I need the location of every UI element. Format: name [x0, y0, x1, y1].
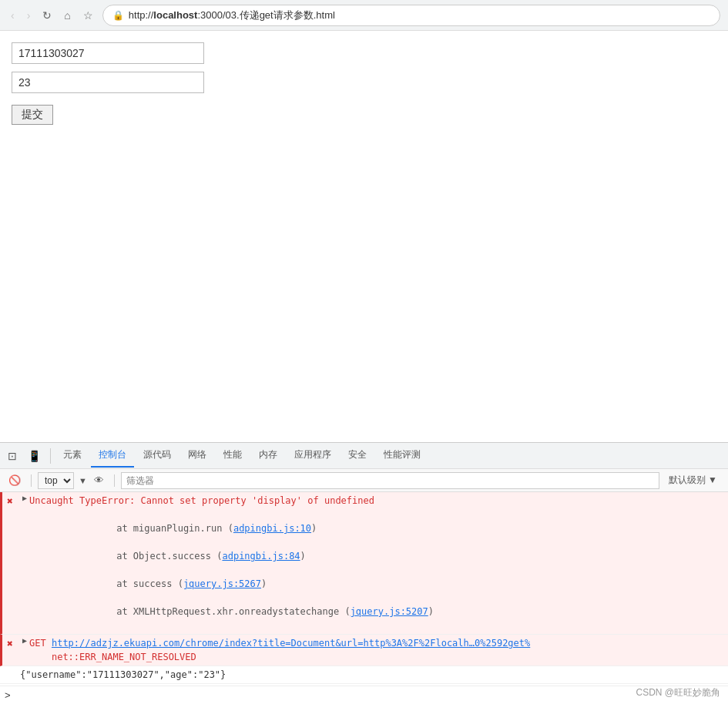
get-error-text: GET http://adzjz.ekuapi.com/chrome/index… [29, 636, 530, 650]
tab-application[interactable]: 应用程序 [287, 444, 339, 468]
tabs-divider [50, 448, 51, 464]
submit-button[interactable]: 提交 [12, 105, 53, 125]
error-content-2: GET http://adzjz.ekuapi.com/chrome/index… [29, 636, 530, 664]
tab-performance[interactable]: 性能 [216, 444, 250, 468]
stack-trace-1: at miguanPlugin.run (adpingbi.js:10) at … [29, 508, 434, 632]
home-button[interactable]: ⌂ [61, 8, 73, 23]
age-input[interactable] [12, 72, 204, 93]
stack-link-3[interactable]: jquery.js:5267 [183, 578, 261, 589]
tab-elements[interactable]: 元素 [55, 444, 89, 468]
back-button[interactable]: ‹ [8, 8, 18, 23]
address-bar[interactable]: 🔒 http://localhost:3000/03.传递get请求参数.htm… [102, 5, 720, 26]
secure-icon: 🔒 [112, 10, 124, 21]
filter-input[interactable] [121, 472, 659, 489]
error-message-1: Uncaught TypeError: Cannot set property … [29, 494, 434, 508]
console-input[interactable] [15, 690, 723, 701]
devtools-device-icon[interactable]: 📱 [23, 447, 45, 465]
chevron-down-icon: ▼ [79, 476, 87, 485]
csdn-watermark: CSDN @旺旺妙脆角 [636, 686, 720, 699]
console-entry-json: {"username":"17111303027","age":"23"} [0, 666, 728, 684]
console-entry-error-2: ✖ ▶ GET http://adzjz.ekuapi.com/chrome/i… [0, 635, 728, 666]
page-content: 提交 [0, 31, 728, 442]
error-icon-2: ✖ [7, 638, 19, 649]
stack-link-1[interactable]: adpingbi.js:10 [233, 523, 311, 534]
tab-memory[interactable]: 内存 [251, 444, 285, 468]
console-entry-error-1: ✖ ▶ Uncaught TypeError: Cannot set prope… [0, 492, 728, 635]
devtools-tabs-bar: ⊡ 📱 元素 控制台 源代码 网络 性能 内存 应用程序 安全 性能评测 [0, 443, 728, 469]
reload-button[interactable]: ↻ [39, 8, 55, 23]
error-content-1: Uncaught TypeError: Cannot set property … [29, 494, 434, 632]
error-icon-1: ✖ [7, 495, 19, 507]
toolbar-divider-2 [114, 474, 115, 487]
tab-network[interactable]: 网络 [180, 444, 214, 468]
stack-link-4[interactable]: jquery.js:5207 [351, 606, 428, 617]
level-label[interactable]: 默认级别 ▼ [663, 474, 723, 487]
tab-console[interactable]: 控制台 [91, 444, 134, 468]
console-prompt: > [0, 686, 728, 704]
forward-button[interactable]: › [24, 8, 34, 23]
expand-arrow-1[interactable]: ▶ [22, 494, 27, 502]
clear-console-icon[interactable]: 🚫 [5, 473, 25, 488]
expand-arrow-2[interactable]: ▶ [22, 636, 27, 645]
bookmark-button[interactable]: ☆ [80, 8, 96, 23]
tab-security[interactable]: 安全 [341, 444, 374, 468]
eye-icon[interactable]: 👁 [90, 473, 108, 488]
url-text: http://localhost:3000/03.传递get请求参数.html [129, 8, 335, 22]
console-output: ✖ ▶ Uncaught TypeError: Cannot set prope… [0, 492, 728, 686]
devtools-inspect-icon[interactable]: ⊡ [3, 447, 22, 465]
devtools-panel: ⊡ 📱 元素 控制台 源代码 网络 性能 内存 应用程序 安全 性能评测 🚫 t… [0, 442, 728, 704]
browser-toolbar: ‹ › ↻ ⌂ ☆ 🔒 http://localhost:3000/03.传递g… [0, 0, 728, 31]
tab-audits[interactable]: 性能评测 [376, 444, 428, 468]
prompt-arrow-icon: > [5, 689, 11, 701]
stack-link-2[interactable]: adpingbi.js:84 [222, 551, 300, 562]
net-error-text: net::ERR_NAME_NOT_RESOLVED [29, 650, 530, 664]
tab-sources[interactable]: 源代码 [136, 444, 179, 468]
context-selector[interactable]: top [38, 472, 74, 489]
get-url-link[interactable]: http://adzjz.ekuapi.com/chrome/index?tit… [52, 638, 530, 649]
toolbar-divider-1 [31, 474, 32, 487]
json-data-text: {"username":"17111303027","age":"23"} [20, 668, 723, 682]
console-toolbar: 🚫 top ▼ 👁 默认级别 ▼ [0, 469, 728, 492]
username-input[interactable] [12, 42, 204, 64]
